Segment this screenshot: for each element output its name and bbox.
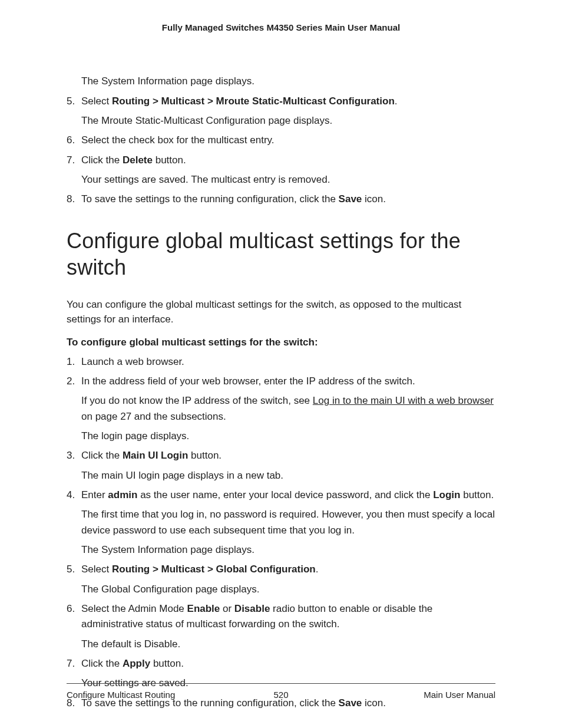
procedure-title: To configure global multicast settings f… (67, 337, 495, 348)
item-number: 2. (67, 374, 75, 389)
item-text: Select the check box for the multicast e… (81, 134, 275, 146)
item-number: 5. (67, 94, 75, 109)
item-number: 3. (67, 448, 75, 463)
item-text: Launch a web browser. (81, 356, 184, 367)
list-item: 1. Launch a web browser. (67, 354, 495, 370)
item-text: Select Routing > Multicast > Global Conf… (81, 564, 318, 575)
intro-paragraph: You can configure the global multicast s… (67, 297, 495, 327)
list-item: 7. Click the Delete button. Your setting… (67, 153, 495, 188)
list-item: 6. Select the Admin Mode Enable or Disab… (67, 601, 495, 652)
list-item: 6. Select the check box for the multicas… (67, 133, 495, 148)
item-subtext: The Global Configuration page displays. (81, 582, 495, 597)
list-item: 5. Select Routing > Multicast > Mroute S… (67, 94, 495, 129)
item-text: To save the settings to the running conf… (81, 193, 386, 205)
item-text: Click the Main UI Login button. (81, 450, 222, 461)
item-subtext: Your settings are saved. The multicast e… (81, 172, 495, 187)
item-subtext: The first time that you log in, no passw… (81, 507, 495, 538)
footer-right: Main User Manual (424, 690, 495, 700)
item-number: 6. (67, 133, 75, 148)
procedure-list-2: 1. Launch a web browser. 2. In the addre… (67, 354, 495, 711)
item-number: 6. (67, 601, 75, 617)
document-header: Fully Managed Switches M4350 Series Main… (67, 22, 495, 32)
item-number: 4. (67, 487, 75, 503)
item-subtext: The Mroute Static-Multicast Configuratio… (81, 113, 495, 129)
item-subtext: The default is Disable. (81, 637, 495, 652)
section-heading: Configure global multicast settings for … (67, 228, 495, 281)
document-page: Fully Managed Switches M4350 Series Main… (0, 0, 562, 711)
item-text: In the address field of your web browser… (81, 375, 415, 387)
item-subtext: If you do not know the IP address of the… (81, 393, 495, 424)
item-text: Select Routing > Multicast > Mroute Stat… (81, 95, 398, 107)
item-text: Click the Apply button. (81, 658, 184, 669)
item-text: Click the Delete button. (81, 154, 186, 166)
list-item: 5. Select Routing > Multicast > Global C… (67, 562, 495, 597)
item-number: 7. (67, 656, 75, 671)
item-subtext: The System Information page displays. (81, 542, 495, 558)
item-subtext: The main UI login page displays in a new… (81, 468, 495, 483)
list-item: 3. Click the Main UI Login button. The m… (67, 448, 495, 483)
item-text: Enter admin as the user name, enter your… (81, 489, 494, 500)
cross-reference-link[interactable]: Log in to the main UI with a web browser (313, 395, 494, 406)
continuation-text: The System Information page displays. (81, 74, 495, 89)
item-number: 5. (67, 562, 75, 577)
item-text: Select the Admin Mode Enable or Disable … (81, 603, 432, 630)
list-item: 2. In the address field of your web brow… (67, 374, 495, 444)
item-number: 7. (67, 153, 75, 168)
procedure-list-1: 5. Select Routing > Multicast > Mroute S… (67, 94, 495, 207)
page-footer: Configure Multicast Routing 520 Main Use… (67, 683, 495, 700)
item-subtext: The login page displays. (81, 429, 495, 444)
item-number: 1. (67, 354, 75, 370)
list-item: 8. To save the settings to the running c… (67, 192, 495, 207)
item-number: 8. (67, 192, 75, 207)
footer-left: Configure Multicast Routing (67, 690, 175, 700)
list-item: 4. Enter admin as the user name, enter y… (67, 487, 495, 558)
